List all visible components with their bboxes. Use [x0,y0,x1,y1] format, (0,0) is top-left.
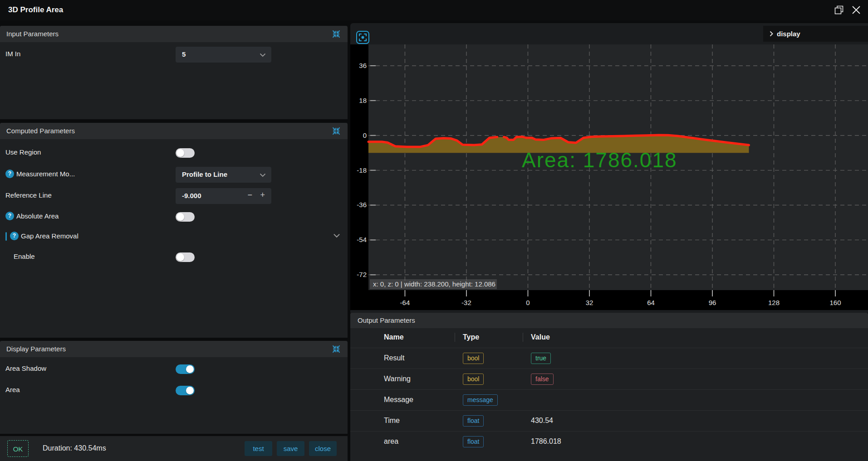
output-name: Warning [384,375,411,383]
param-label: Area Shadow [5,364,46,372]
param-row: ?Measurement Mo...Profile to Line [0,164,348,185]
restore-window-icon[interactable] [834,5,844,15]
fit-view-icon[interactable] [356,31,369,44]
toggle-switch[interactable] [176,148,195,158]
y-tick-label: 18 [359,97,367,104]
y-tick-label: -18 [357,166,367,174]
close-icon[interactable] [851,5,862,15]
decrement-button[interactable]: − [247,190,252,200]
param-row: Use Region [0,142,348,163]
param-label: Absolute Area [16,212,59,220]
output-value: 430.54 [531,417,553,425]
x-tick-label: 96 [709,299,716,306]
column-divider [455,333,455,342]
param-label: Use Region [5,148,41,156]
increment-button[interactable]: + [260,190,265,200]
param-row: Area [0,380,348,401]
section-header: Display Parameters [0,341,348,357]
footer-bar: OK Duration: 430.54ms testsaveclose [0,436,348,461]
help-icon[interactable]: ? [5,212,14,220]
app-window: 3D Profile Area Input Parameters IM In5 … [0,0,868,461]
param-row: Reference Line-9.000−+ [0,185,348,206]
param-row: IM In5 [0,44,348,65]
section-header: Input Parameters [0,26,348,42]
collapse-icon[interactable] [332,127,340,135]
toggle-switch[interactable] [176,252,195,262]
section-title: Input Parameters [6,30,59,38]
x-tick-label: 0 [526,299,530,306]
value-badge: false [531,374,554,385]
type-badge: message [463,394,498,406]
y-tick-label: -72 [357,271,367,278]
x-tick-label: -32 [461,299,471,306]
y-tick-label: 36 [359,62,367,69]
type-badge: bool [463,374,484,385]
toggle-switch[interactable] [176,212,195,222]
close-button[interactable]: close [309,441,337,456]
chevron-down-icon [260,173,266,177]
toggle-knob [177,213,184,221]
number-value: -9.000 [182,192,201,199]
toggle-switch[interactable] [176,364,195,374]
param-label: Area [5,386,20,393]
table-row: Resultbooltrue [350,348,868,369]
param-label: Reference Line [5,191,52,199]
table-column-header: Type [463,333,479,341]
computed-parameters-section: Computed Parameters Use Region?Measureme… [0,123,348,338]
chevron-down-icon[interactable] [333,233,340,238]
toggle-knob [186,387,194,394]
title-bar: 3D Profile Area [0,0,868,20]
group-marker [5,232,7,241]
param-row: ?Absolute Area [0,206,348,227]
toggle-knob [177,253,184,261]
chevron-down-icon [260,53,266,57]
table-row: areafloat1786.018 [350,431,868,452]
collapse-icon[interactable] [332,345,340,353]
y-tick-label: -54 [357,236,367,243]
table-column-header: Name [384,333,404,341]
param-label: IM In [5,50,20,58]
output-name: area [384,437,398,446]
column-divider [523,333,523,342]
y-axis-strip [350,44,368,310]
output-name: Time [384,417,400,425]
select-value: 5 [182,50,186,58]
section-header: Output Parameters [350,313,868,328]
param-label: Enable [14,252,35,260]
table-row: Messagemessage [350,389,868,410]
area-annotation: Area: 1786.018 [522,148,677,172]
x-tick-label: 64 [647,299,655,306]
param-label: Gap Area Removal [21,232,78,240]
save-button[interactable]: save [277,441,304,456]
help-icon[interactable]: ? [5,170,14,178]
param-label: Measurement Mo... [16,170,75,178]
profile-chart[interactable]: 36180-18-36-54-72-64-320326496128160Area… [350,23,868,313]
number-input[interactable]: -9.000−+ [176,188,271,204]
section-title: Computed Parameters [6,127,75,135]
duration-label: Duration: 430.54ms [43,444,106,452]
toggle-knob [186,365,194,373]
section-header: Computed Parameters [0,123,348,139]
select-dropdown[interactable]: Profile to Line [176,167,271,183]
type-badge: float [463,436,484,447]
collapse-icon[interactable] [332,30,340,38]
select-dropdown[interactable]: 5 [176,47,271,63]
output-value: 1786.018 [531,437,561,446]
toggle-knob [177,149,184,157]
x-tick-label: 160 [829,299,841,306]
help-icon[interactable]: ? [10,232,19,240]
x-tick-label: 128 [768,299,780,306]
cursor-status-text: x: 0, z: 0 | width: 238.200, height: 12.… [373,280,495,288]
y-tick-label: -36 [357,201,367,209]
output-parameters-panel: Output Parameters NameTypeValueResultboo… [350,313,868,461]
select-value: Profile to Line [182,170,227,178]
x-tick-label: 32 [586,299,593,306]
output-name: Message [384,396,413,404]
test-button[interactable]: test [245,441,272,456]
value-badge: true [531,353,551,364]
toggle-switch[interactable] [176,386,195,395]
window-title: 3D Profile Area [8,5,63,15]
param-row: Enable [0,247,348,267]
breadcrumb-display[interactable]: display [777,30,800,38]
input-parameters-section: Input Parameters IM In5 [0,26,348,119]
